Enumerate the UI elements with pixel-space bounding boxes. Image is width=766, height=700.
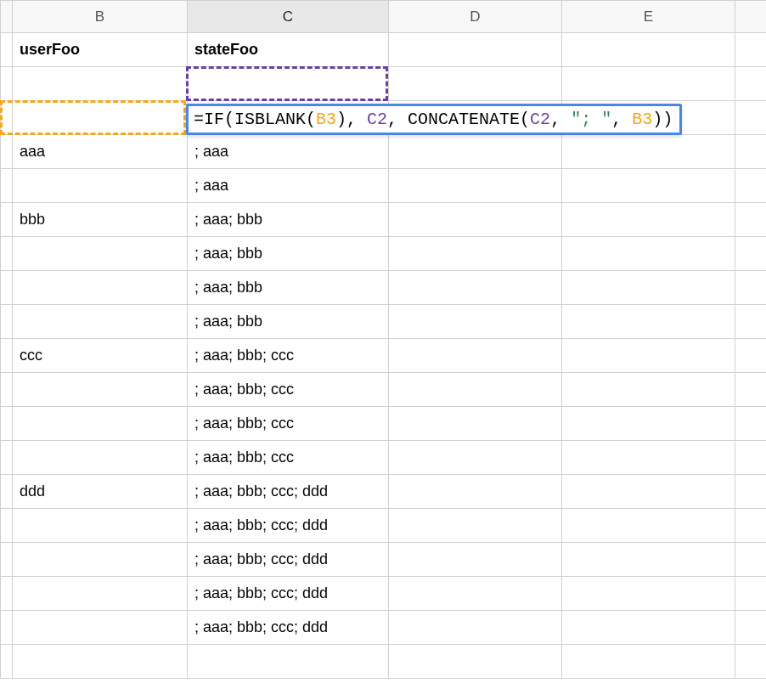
cell-C-16[interactable]: ; aaa; bbb; ccc; ddd [188, 543, 389, 577]
cell-stub-8[interactable] [1, 271, 13, 305]
cell-E-18[interactable] [562, 611, 735, 645]
cell-B-12[interactable] [13, 407, 188, 441]
cell-F-4[interactable] [735, 135, 767, 169]
cell-stub-1[interactable] [1, 33, 13, 67]
cell-B-3[interactable] [13, 101, 188, 135]
cell-F-13[interactable] [735, 441, 767, 475]
cell-stub-12[interactable] [1, 407, 13, 441]
cell-C-1[interactable]: stateFoo [188, 33, 389, 67]
cell-stub-9[interactable] [1, 305, 13, 339]
cell-E-1[interactable] [562, 33, 735, 67]
cell-D-14[interactable] [389, 475, 562, 509]
cell-D-13[interactable] [389, 441, 562, 475]
cell-F-2[interactable] [735, 67, 767, 101]
cell-B-10[interactable]: ccc [13, 339, 188, 373]
cell-C-15[interactable]: ; aaa; bbb; ccc; ddd [188, 509, 389, 543]
cell-stub-7[interactable] [1, 237, 13, 271]
cell-B-5[interactable] [13, 169, 188, 203]
cell-B-7[interactable] [13, 237, 188, 271]
cell-B-18[interactable] [13, 611, 188, 645]
cell-F-3[interactable] [735, 101, 767, 135]
cell-B-9[interactable] [13, 305, 188, 339]
cell-B-15[interactable] [13, 509, 188, 543]
cell-F-9[interactable] [735, 305, 767, 339]
cell-E-7[interactable] [562, 237, 735, 271]
cell-F-18[interactable] [735, 611, 767, 645]
cell-C-11[interactable]: ; aaa; bbb; ccc [188, 373, 389, 407]
cell-F-16[interactable] [735, 543, 767, 577]
cell-D-16[interactable] [389, 543, 562, 577]
cell-E-19[interactable] [562, 645, 735, 679]
cell-B-16[interactable] [13, 543, 188, 577]
cell-stub-5[interactable] [1, 169, 13, 203]
cell-E-6[interactable] [562, 203, 735, 237]
column-header-E[interactable]: E [562, 1, 735, 33]
cell-stub-6[interactable] [1, 203, 13, 237]
cell-E-15[interactable] [562, 509, 735, 543]
cell-C-10[interactable]: ; aaa; bbb; ccc [188, 339, 389, 373]
cell-stub-15[interactable] [1, 509, 13, 543]
cell-D-18[interactable] [389, 611, 562, 645]
cell-F-14[interactable] [735, 475, 767, 509]
cell-B-2[interactable] [13, 67, 188, 101]
cell-E-16[interactable] [562, 543, 735, 577]
cell-B-13[interactable] [13, 441, 188, 475]
column-header-stub[interactable] [1, 1, 13, 33]
column-header-B[interactable]: B [13, 1, 188, 33]
cell-C-19[interactable] [188, 645, 389, 679]
cell-B-4[interactable]: aaa [13, 135, 188, 169]
cell-F-12[interactable] [735, 407, 767, 441]
cell-D-11[interactable] [389, 373, 562, 407]
cell-C-18[interactable]: ; aaa; bbb; ccc; ddd [188, 611, 389, 645]
cell-F-15[interactable] [735, 509, 767, 543]
cell-F-10[interactable] [735, 339, 767, 373]
cell-D-4[interactable] [389, 135, 562, 169]
cell-C-6[interactable]: ; aaa; bbb [188, 203, 389, 237]
cell-F-1[interactable] [735, 33, 767, 67]
cell-D-2[interactable] [389, 67, 562, 101]
cell-stub-19[interactable] [1, 645, 13, 679]
cell-D-17[interactable] [389, 577, 562, 611]
cell-stub-11[interactable] [1, 373, 13, 407]
column-header-C[interactable]: C [188, 1, 389, 33]
cell-B-17[interactable] [13, 577, 188, 611]
cell-B-1[interactable]: userFoo [13, 33, 188, 67]
cell-E-17[interactable] [562, 577, 735, 611]
cell-stub-13[interactable] [1, 441, 13, 475]
cell-C-4[interactable]: ; aaa [188, 135, 389, 169]
cell-E-14[interactable] [562, 475, 735, 509]
cell-D-15[interactable] [389, 509, 562, 543]
cell-stub-14[interactable] [1, 475, 13, 509]
cell-E-8[interactable] [562, 271, 735, 305]
cell-F-19[interactable] [735, 645, 767, 679]
cell-E-4[interactable] [562, 135, 735, 169]
cell-F-8[interactable] [735, 271, 767, 305]
column-header-partial[interactable] [735, 1, 767, 33]
cell-stub-16[interactable] [1, 543, 13, 577]
cell-B-6[interactable]: bbb [13, 203, 188, 237]
spreadsheet[interactable]: B C D E userFoostateFooaaa; aaa; aaabbb;… [0, 0, 766, 679]
cell-C-13[interactable]: ; aaa; bbb; ccc [188, 441, 389, 475]
cell-F-6[interactable] [735, 203, 767, 237]
cell-C-17[interactable]: ; aaa; bbb; ccc; ddd [188, 577, 389, 611]
cell-stub-2[interactable] [1, 67, 13, 101]
cell-F-7[interactable] [735, 237, 767, 271]
cell-E-9[interactable] [562, 305, 735, 339]
cell-D-8[interactable] [389, 271, 562, 305]
cell-B-19[interactable] [13, 645, 188, 679]
cell-C-9[interactable]: ; aaa; bbb [188, 305, 389, 339]
cell-B-11[interactable] [13, 373, 188, 407]
cell-D-12[interactable] [389, 407, 562, 441]
grid[interactable]: B C D E userFoostateFooaaa; aaa; aaabbb;… [0, 0, 766, 679]
cell-E-12[interactable] [562, 407, 735, 441]
cell-stub-17[interactable] [1, 577, 13, 611]
cell-D-19[interactable] [389, 645, 562, 679]
cell-E-11[interactable] [562, 373, 735, 407]
cell-C-5[interactable]: ; aaa [188, 169, 389, 203]
cell-stub-18[interactable] [1, 611, 13, 645]
cell-E-10[interactable] [562, 339, 735, 373]
cell-C-7[interactable]: ; aaa; bbb [188, 237, 389, 271]
cell-B-8[interactable] [13, 271, 188, 305]
cell-E-2[interactable] [562, 67, 735, 101]
cell-E-5[interactable] [562, 169, 735, 203]
